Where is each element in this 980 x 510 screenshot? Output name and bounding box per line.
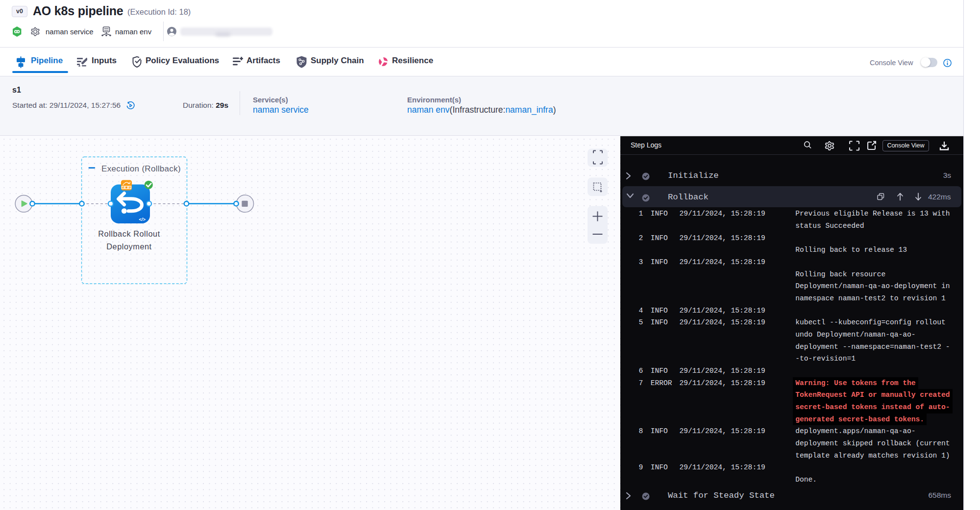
svg-text:Execution (Rollback): Execution (Rollback) (101, 164, 181, 173)
svg-text:Deployment: Deployment (106, 242, 151, 251)
svg-text:Rollback Rollout: Rollback Rollout (98, 229, 160, 238)
svg-text:</>: </> (139, 217, 146, 222)
